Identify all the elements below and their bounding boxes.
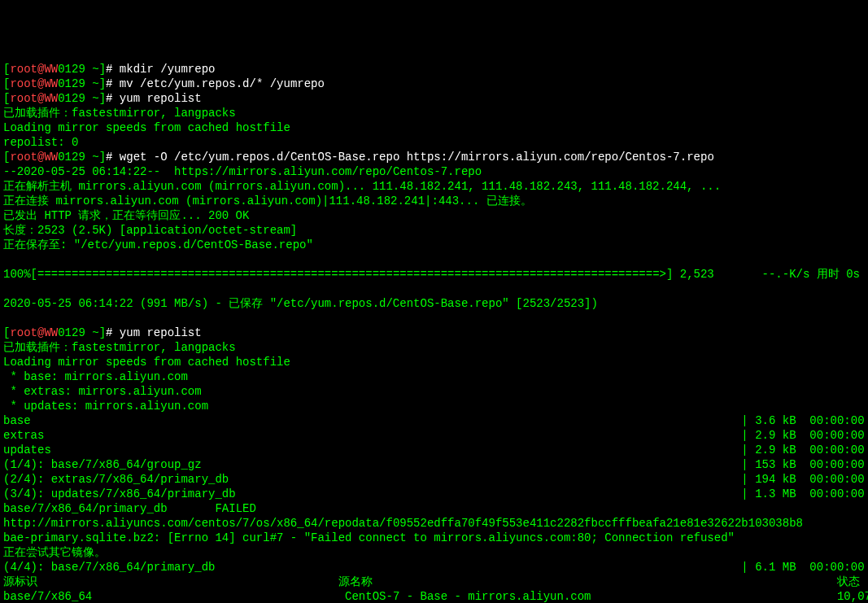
prompt-close: ]	[99, 326, 106, 339]
download-failed: base/7/x86_64/primary_db FAILED	[3, 501, 865, 516]
prompt-close: ]	[99, 77, 106, 90]
cmd-wget-text[interactable]: wget -O /etc/yum.repos.d/CentOS-Base.rep…	[120, 151, 714, 164]
prompt-tilde: ~	[92, 63, 98, 76]
cmd-mv: [root@WW0129 ~]# mv /etc/yum.repos.d/* /…	[3, 76, 865, 91]
download-2: (2/4): extras/7/x86_64/primary_db | 194 …	[3, 472, 865, 487]
prompt-tilde: ~	[92, 326, 98, 339]
mirror-updates: * updates: mirrors.aliyun.com	[3, 399, 865, 413]
prompt-close: ]	[99, 92, 106, 105]
prompt-hash: #	[106, 151, 120, 164]
prompt-tilde: ~	[92, 151, 98, 164]
error-url: http://mirrors.aliyuncs.com/centos/7/os/…	[3, 516, 865, 531]
cmd-repolist-1-text[interactable]: yum repolist	[120, 92, 202, 105]
cmd-mkdir: [root@WW0129 ~]# mkdir /yumrepo	[3, 62, 865, 76]
repo-row-base: base/7/x86_64 CentOS-7 - Base - mirrors.…	[3, 589, 865, 603]
prompt-close: ]	[99, 151, 106, 164]
prompt-host: 0129	[58, 63, 92, 76]
wget-length: 长度：2523 (2.5K) [application/octet-stream…	[3, 223, 865, 238]
trying-other-mirror: 正在尝试其它镜像。	[3, 545, 865, 560]
blank-line	[3, 252, 865, 267]
wget-connecting: 正在连接 mirrors.aliyun.com (mirrors.aliyun.…	[3, 194, 865, 208]
prompt-close: ]	[99, 63, 106, 76]
mirror-base: * base: mirrors.aliyun.com	[3, 369, 865, 384]
blank-line-2	[3, 282, 865, 296]
wget-saving: 正在保存至: "/etc/yum.repos.d/CentOS-Base.rep…	[3, 238, 865, 252]
output-loading-1: Loading mirror speeds from cached hostfi…	[3, 120, 865, 135]
wget-progress: 100%[===================================…	[3, 267, 865, 282]
prompt-user: root@WW	[10, 326, 58, 339]
blank-line-3	[3, 311, 865, 326]
prompt-user: root@WW	[10, 63, 58, 76]
prompt-user: root@WW	[10, 92, 58, 105]
output-plugins-2: 已加载插件：fastestmirror, langpacks	[3, 340, 865, 355]
output-repolist-zero: repolist: 0	[3, 135, 865, 150]
wget-http-request: 已发出 HTTP 请求，正在等待回应... 200 OK	[3, 208, 865, 223]
cmd-repolist-2: [root@WW0129 ~]# yum repolist	[3, 326, 865, 340]
prompt-tilde: ~	[92, 77, 98, 90]
download-4: (4/4): base/7/x86_64/primary_db | 6.1 MB…	[3, 560, 865, 575]
prompt-host: 0129	[58, 326, 92, 339]
prompt-host: 0129	[58, 77, 92, 90]
prompt-host: 0129	[58, 92, 92, 105]
prompt-tilde: ~	[92, 92, 98, 105]
cmd-wget: [root@WW0129 ~]# wget -O /etc/yum.repos.…	[3, 150, 865, 164]
mirror-extras: * extras: mirrors.aliyun.com	[3, 384, 865, 399]
prompt-hash: #	[106, 63, 120, 76]
output-loading-2: Loading mirror speeds from cached hostfi…	[3, 355, 865, 369]
wget-resolving: 正在解析主机 mirrors.aliyun.com (mirrors.aliyu…	[3, 179, 865, 194]
cmd-mv-text[interactable]: mv /etc/yum.repos.d/* /yumrepo	[120, 77, 325, 90]
cmd-mkdir-text[interactable]: mkdir /yumrepo	[120, 63, 216, 76]
prompt-user: root@WW	[10, 77, 58, 90]
prompt-hash: #	[106, 92, 120, 105]
repo-updates-size: updates | 2.9 kB 00:00:00	[3, 443, 865, 457]
download-1: (1/4): base/7/x86_64/group_gz | 153 kB 0…	[3, 457, 865, 472]
output-plugins-1: 已加载插件：fastestmirror, langpacks	[3, 106, 865, 120]
repo-extras-size: extras | 2.9 kB 00:00:00	[3, 428, 865, 443]
prompt-user: root@WW	[10, 151, 58, 164]
prompt-hash: #	[106, 77, 120, 90]
repo-base-size: base | 3.6 kB 00:00:00	[3, 413, 865, 428]
prompt-hash: #	[106, 326, 120, 339]
repo-header: 源标识 源名称 状态	[3, 575, 865, 589]
error-message: bae-primary.sqlite.bz2: [Errno 14] curl#…	[3, 531, 865, 545]
prompt-host: 0129	[58, 151, 92, 164]
cmd-repolist-1: [root@WW0129 ~]# yum repolist	[3, 91, 865, 106]
wget-timestamp: --2020-05-25 06:14:22-- https://mirrors.…	[3, 164, 865, 179]
terminal-output: [root@WW0129 ~]# mkdir /yumrepo[root@WW0…	[3, 62, 865, 603]
cmd-repolist-2-text[interactable]: yum repolist	[120, 326, 202, 339]
download-3: (3/4): updates/7/x86_64/primary_db | 1.3…	[3, 487, 865, 501]
wget-saved: 2020-05-25 06:14:22 (991 MB/s) - 已保存 "/e…	[3, 296, 865, 311]
